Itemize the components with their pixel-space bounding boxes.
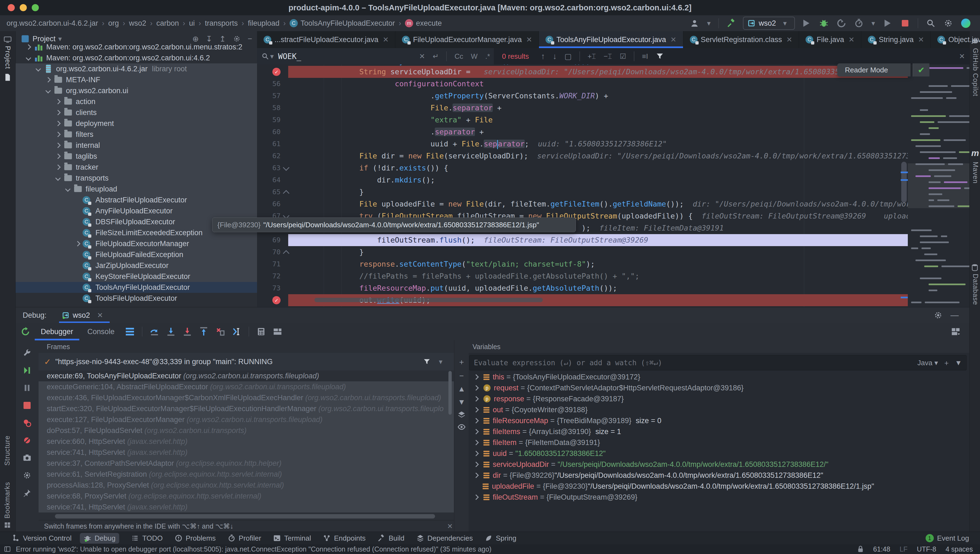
tree-item-tracker[interactable]: tracker [16, 162, 257, 173]
lock-icon[interactable] [857, 546, 864, 552]
close-tab-icon[interactable]: ✕ [670, 35, 677, 44]
variable-row-fileItem[interactable]: fileItem={FileItemData@39191} [469, 437, 969, 448]
show-execution-point-icon[interactable] [124, 326, 136, 337]
tree-item-action[interactable]: action [16, 96, 257, 107]
coverage-icon[interactable] [836, 18, 847, 29]
reader-mode-label[interactable]: Reader Mode [845, 66, 888, 74]
search-everywhere-icon[interactable] [925, 18, 936, 29]
chevron-right-icon[interactable] [55, 164, 61, 170]
hide-debug-panel-icon[interactable]: — [948, 309, 961, 321]
move-down-icon[interactable]: ▼ [458, 398, 465, 406]
variable-row-serviceUploadDir[interactable]: serviceUploadDir="/Users/peiqi/Downloads… [469, 459, 969, 470]
close-hint-icon[interactable]: ✕ [447, 522, 453, 530]
chevron-right-icon[interactable] [473, 429, 479, 435]
breadcrumb-item[interactable]: carbon [156, 19, 179, 28]
editor-tab-fileuploadexecutormanager-java[interactable]: CFileUploadExecutorManager.java✕ [396, 31, 539, 48]
frame-row[interactable]: execute:127, FileUploadExecutorManager (… [38, 414, 454, 425]
line-number[interactable]: 64 [259, 174, 281, 186]
variable-row-fileItems[interactable]: fileItems={ArrayList@39190}size = 1 [469, 426, 969, 437]
gradient-sphere-icon[interactable] [960, 18, 971, 29]
reader-mode-popup[interactable]: Reader Mode [837, 64, 911, 76]
debug-settings-gear-icon[interactable] [932, 309, 944, 321]
toolwindow-button-profiler[interactable]: Profiler [228, 534, 261, 543]
tree-item-org-wso2-carbon-ui-4-6-2-jar[interactable]: org.wso2.carbon.ui-4.6.2.jarlibrary root [16, 64, 257, 74]
force-step-into-icon[interactable] [181, 326, 193, 337]
editor-tab-object-java[interactable]: CObject.java✕ [931, 31, 980, 48]
chevron-right-icon[interactable] [473, 473, 479, 478]
wrench-icon[interactable] [21, 347, 33, 359]
thread-selector[interactable]: ✓ "https-jsse-nio-9443-exec-48"@33,339 i… [38, 353, 454, 371]
chevron-right-icon[interactable] [55, 121, 61, 126]
tree-item-abstractfileuploadexecutor[interactable]: CAbstractFileUploadExecutor [16, 194, 257, 205]
chevron-right-icon[interactable] [473, 407, 479, 412]
tree-item-keystorefileuploadexecutor[interactable]: CKeyStoreFileUploadExecutor [16, 271, 257, 282]
line-number[interactable]: 56 [259, 78, 281, 90]
chevron-down-icon[interactable] [35, 66, 41, 72]
user-icon[interactable] [689, 18, 700, 29]
clear-search-icon[interactable]: ✕ [419, 52, 425, 60]
tool-strip-maven-tab[interactable]: Maven [972, 162, 980, 183]
database-icon[interactable] [972, 264, 978, 271]
file-icon[interactable] [4, 73, 11, 81]
tool-strip-copilot-tab[interactable]: GitHub Copilot [972, 48, 980, 96]
line-number[interactable]: 60 [259, 126, 281, 138]
select-occurrences-icon[interactable]: ☑ [619, 52, 626, 60]
tree-item-toolsfileuploadexecutor[interactable]: CToolsFileUploadExecutor [16, 293, 257, 304]
breadcrumb-item[interactable]: ui [189, 19, 195, 28]
code-line-72[interactable]: 72 //filePaths = filePaths + uploadedFil… [257, 270, 908, 282]
add-occurrence-icon[interactable]: +⌶ [587, 52, 596, 60]
chevron-right-icon[interactable] [473, 440, 479, 445]
line-number[interactable]: 57 [259, 90, 281, 102]
line-number[interactable]: 72 [259, 270, 281, 282]
code-line-55[interactable]: 55✓ String serviceUploadDir = serviceUpl… [257, 66, 908, 78]
toolwindow-button-spring[interactable]: Spring [485, 534, 516, 543]
minimize-window-button[interactable] [20, 4, 27, 11]
frame-row[interactable]: service:660, HttpServlet (javax.servlet.… [38, 436, 454, 447]
line-separator[interactable]: LF [900, 545, 908, 553]
chevron-right-icon[interactable] [26, 44, 31, 50]
code-line-57[interactable]: 57 .getProperty(ServerConstants.WORK_DIR… [257, 90, 908, 102]
drop-frame-icon[interactable] [214, 326, 226, 337]
variable-row-fileOutStream[interactable]: fileOutStream={FileOutputStream@39269} [469, 492, 969, 503]
expand-evaluate-icon[interactable]: ▼ [955, 359, 962, 367]
sidebar-toggle-icon[interactable] [4, 546, 11, 552]
fold-marker-icon[interactable] [283, 190, 289, 196]
build-hammer-icon[interactable] [726, 18, 737, 29]
stop-program-icon[interactable] [21, 400, 33, 411]
tab-console[interactable]: Console [80, 323, 122, 341]
chevron-right-icon[interactable] [55, 143, 61, 148]
chevron-down-icon[interactable] [65, 186, 70, 192]
line-number[interactable]: 73 [259, 282, 281, 294]
line-number[interactable]: 69 [259, 234, 281, 246]
step-over-icon[interactable] [148, 326, 161, 337]
camera-icon[interactable] [21, 452, 33, 464]
editor-tab-file-java[interactable]: CFile.java✕ [799, 31, 861, 48]
add-to-watches-icon[interactable]: ＋ [943, 358, 950, 368]
frame-row[interactable]: service:741, HttpServlet (javax.servlet.… [38, 447, 454, 458]
variable-row-uploadedFile[interactable]: uploadedFile={File@39230} "/Users/peiqi/… [469, 481, 969, 492]
chevron-right-icon[interactable] [45, 77, 51, 83]
tree-item-transports[interactable]: transports [16, 173, 257, 183]
chevron-right-icon[interactable] [473, 374, 479, 380]
code-line-65[interactable]: 65 } [257, 186, 908, 198]
chevron-down-icon[interactable] [45, 88, 51, 94]
variable-row-this[interactable]: this={ToolsAnyFileUploadExecutor@39172} [469, 371, 969, 382]
breadcrumb-item[interactable]: wso2 [129, 19, 146, 28]
editor-horizontal-scrollbar[interactable] [314, 298, 543, 302]
toolwindow-button-version-control[interactable]: Version Control [12, 534, 72, 543]
settings-gear-icon[interactable] [943, 18, 954, 29]
toolwindow-button-debug[interactable]: Debug [80, 533, 120, 544]
layers-icon[interactable] [458, 411, 465, 419]
editor-tab-string-java[interactable]: CString.java✕ [861, 31, 931, 48]
fold-marker-icon[interactable] [283, 250, 289, 256]
tree-item-org-wso2-carbon-ui[interactable]: org.wso2.carbon.ui [16, 85, 257, 96]
code-line-61[interactable]: 61 uuid + File.separator; uuid: "1.65080… [257, 138, 908, 150]
breadcrumb-item[interactable]: transports [205, 19, 238, 28]
code-editor[interactable]: 54 System.currentTimeMillis() + Math.ran… [257, 64, 969, 307]
close-tab-icon[interactable]: ✕ [918, 35, 924, 44]
indent-setting[interactable]: 4 spaces [946, 545, 973, 553]
find-options-icon[interactable]: ≡I [642, 52, 648, 60]
status-message[interactable]: Error running 'wso2': Unable to open deb… [16, 545, 492, 553]
editor-vertical-scrollbar[interactable] [901, 162, 907, 203]
filter-frames-funnel-icon[interactable] [423, 358, 431, 366]
